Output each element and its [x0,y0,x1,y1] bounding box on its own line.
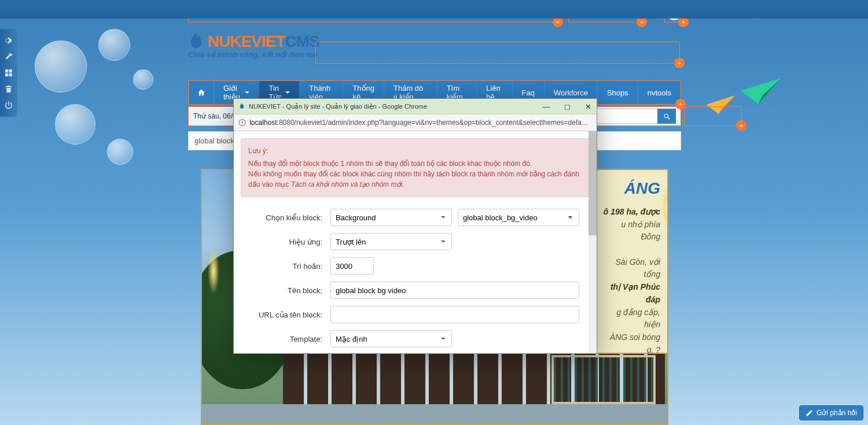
alert-warning: Lưu ý: Nếu thay đổi một block thuộc 1 nh… [241,138,590,197]
select-effect[interactable]: Trượt lên [330,233,452,250]
svg-point-18 [242,121,242,121]
bubble-deco [98,29,130,61]
gear-icon[interactable] [0,32,17,49]
add-block-button[interactable]: + [736,120,746,131]
add-block-button[interactable]: + [675,99,686,109]
label-delay: Trì hoãn: [241,262,330,271]
power-icon[interactable] [0,97,17,113]
bubble-deco [55,104,95,145]
nav-nvtools[interactable]: nvtools [638,81,681,104]
topbar [0,0,868,19]
info-card-body: ô 198 ha, được u nhỏ phía Đông Sài Gòn, … [601,206,660,354]
svg-rect-11 [9,69,12,72]
label-template: Template: [241,335,330,343]
label-block-name: Tên block: [241,286,330,295]
popup-title: NUKEVIET - Quản lý site - Quản lý giao d… [249,103,427,110]
popup-address-bar[interactable]: localhost:8080/nukeviet1/admin/index.php… [234,114,597,131]
nav-home[interactable] [189,81,214,104]
scrollbar-thumb[interactable] [589,131,597,235]
feedback-button[interactable]: Gửi phản hồi [799,405,863,420]
bubble-deco [35,40,87,93]
popup-body: Lưu ý: Nếu thay đổi một block thuộc 1 nh… [234,131,597,353]
logo-text: NUKEVIETCMS [208,32,319,51]
info-card-title: ÁNG [601,179,660,198]
logo-flame-icon [188,32,204,51]
trash-icon[interactable] [0,81,17,97]
paperplane-deco [741,78,781,104]
svg-line-15 [668,117,670,119]
svg-point-14 [664,114,668,118]
nav-shops[interactable]: Shops [597,81,638,104]
admin-toolbar [0,29,17,117]
input-block-url[interactable] [330,306,579,323]
label-effect: Hiệu ứng: [241,238,330,246]
hero-info-card: ÁNG ô 198 ha, được u nhỏ phía Đông Sài G… [593,169,668,354]
window-maximize-button[interactable]: ◻ [563,102,571,111]
svg-rect-13 [9,73,12,76]
select-block-subtype[interactable]: global block_bg_video [458,209,579,226]
input-block-name[interactable] [330,282,579,299]
favicon-icon [238,103,245,110]
info-icon [238,119,246,127]
popup-titlebar[interactable]: NUKEVIET - Quản lý site - Quản lý giao d… [234,99,597,114]
search-button[interactable] [657,109,676,124]
svg-rect-10 [5,69,8,72]
window-minimize-button[interactable]: — [542,102,550,111]
svg-rect-12 [5,73,8,76]
select-template[interactable]: Mặc định [330,330,452,348]
chevron-down-icon [285,91,290,94]
add-block-button[interactable]: + [674,58,685,68]
right-empty-slot: + [684,106,742,126]
wrench-icon[interactable] [0,49,17,65]
popup-scrollbar[interactable] [589,131,597,353]
bubble-deco [133,69,153,90]
input-delay[interactable] [330,257,374,275]
popup-window: NUKEVIET - Quản lý site - Quản lý giao d… [233,98,597,354]
bubble-deco [107,139,133,165]
chevron-down-icon [245,91,249,94]
banner-slot: + [315,42,680,64]
window-close-button[interactable]: ✕ [584,102,592,111]
label-block-type: Chọn kiểu block: [241,213,330,222]
date-text: Thứ sáu, 06/0 [193,112,237,120]
label-block-url: URL của tên block: [241,311,330,319]
layout-icon[interactable] [0,65,17,81]
select-block-type[interactable]: Background [330,209,452,226]
